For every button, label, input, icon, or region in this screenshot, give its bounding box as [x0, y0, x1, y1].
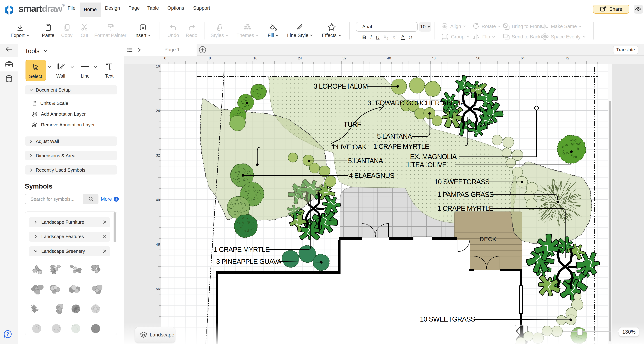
svg-text:3 PINEAPPLE GUAVA: 3 PINEAPPLE GUAVA	[216, 258, 282, 265]
svg-text:40: 40	[156, 198, 160, 202]
svg-text:0: 0	[164, 56, 166, 60]
svg-text:72: 72	[565, 56, 569, 60]
svg-text:1 CRAPE MYRTLE: 1 CRAPE MYRTLE	[214, 246, 270, 253]
svg-text:32: 32	[342, 56, 346, 60]
svg-text:8: 8	[209, 56, 211, 60]
svg-text:1 CRAPE MYRTLE: 1 CRAPE MYRTLE	[373, 143, 429, 150]
svg-text:24: 24	[156, 109, 160, 113]
svg-text:1 CRAPE MYRTLE: 1 CRAPE MYRTLE	[437, 205, 493, 212]
svg-text:1 PAMPAS GRASS: 1 PAMPAS GRASS	[437, 191, 494, 198]
svg-text:TURF: TURF	[344, 120, 361, 128]
svg-text:64: 64	[521, 56, 525, 60]
svg-text:32: 32	[156, 153, 160, 157]
svg-text:1 LIVE OAK: 1 LIVE OAK	[332, 143, 366, 151]
svg-text:3 'EDWARD GOUCHER' ABELIA: 3 'EDWARD GOUCHER' ABELIA	[368, 99, 465, 107]
svg-text:4 ELAEAGNUS: 4 ELAEAGNUS	[349, 172, 394, 179]
svg-text:DECK: DECK	[480, 236, 496, 242]
svg-text:48: 48	[432, 56, 436, 60]
svg-text:16: 16	[253, 56, 257, 60]
svg-text:56: 56	[476, 56, 480, 60]
svg-text:3 LOROPETALUM: 3 LOROPETALUM	[314, 82, 368, 90]
svg-text:5 LANTANA: 5 LANTANA	[348, 157, 383, 164]
svg-text:10 SWEETGRASS: 10 SWEETGRASS	[434, 178, 490, 185]
svg-text:5 LANTANA: 5 LANTANA	[377, 132, 412, 140]
svg-text:1 TEA OLIVE: 1 TEA OLIVE	[406, 161, 446, 168]
svg-text:56: 56	[156, 287, 160, 291]
svg-text:EX. MAGNOLIA: EX. MAGNOLIA	[410, 153, 457, 160]
svg-text:10 SWEETGRASS: 10 SWEETGRASS	[420, 315, 475, 323]
svg-text:48: 48	[156, 242, 160, 246]
svg-text:40: 40	[387, 56, 391, 60]
svg-text:?: ?	[6, 331, 9, 336]
svg-text:24: 24	[298, 56, 302, 60]
svg-text:16: 16	[156, 64, 160, 68]
